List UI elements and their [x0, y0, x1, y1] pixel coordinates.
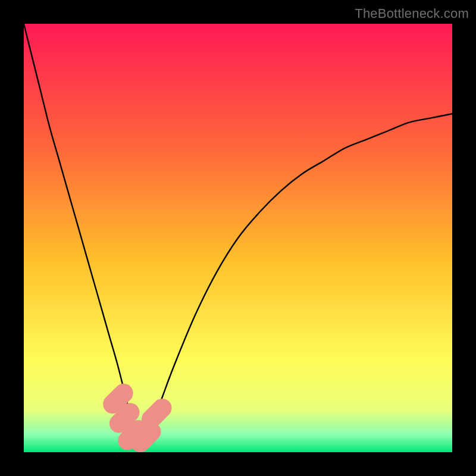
plot-area: [24, 24, 452, 452]
marker-node-a: [112, 393, 124, 405]
marker-node-b: [119, 412, 130, 424]
watermark-text: TheBottleneck.com: [355, 6, 469, 21]
marker-node-e: [151, 408, 162, 419]
chart-svg: [24, 24, 452, 452]
outer-frame: TheBottleneck.com: [0, 0, 476, 476]
marker-node-d: [140, 431, 152, 443]
